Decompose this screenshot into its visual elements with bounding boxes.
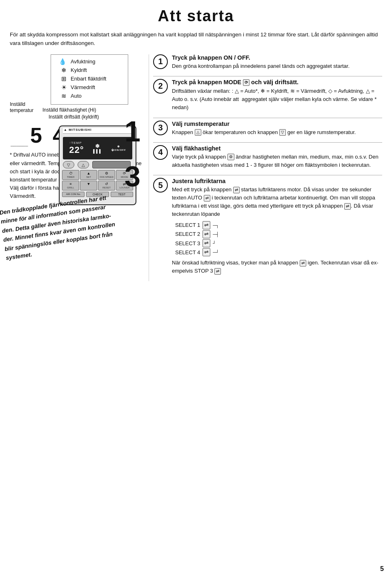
fan-btn-icon: ⚙ bbox=[227, 154, 234, 160]
label-installed-temp: Inställd temperatur bbox=[10, 101, 47, 114]
auto-icon: ≋ bbox=[55, 92, 67, 100]
step-5-body-intro: Med ett tryck på knappen ⇌ startas luft­… bbox=[172, 186, 382, 219]
select-1-icon: ⇌ bbox=[203, 221, 210, 229]
step-4: 4 Välj fläkhastighet Varje tryck på knap… bbox=[153, 145, 382, 169]
timer-btn[interactable]: ⏱ TIMER bbox=[62, 170, 79, 180]
step-4-content: Välj fläkhastighet Varje tryck på knappe… bbox=[172, 145, 382, 169]
louver-btn-icon: ⇌ bbox=[233, 187, 240, 193]
up-btn-icon: △ bbox=[195, 129, 201, 136]
up-arrow-btn[interactable]: △ bbox=[78, 161, 89, 168]
step-5: 5 Justera luftriktarna Med ett tryck på … bbox=[153, 178, 382, 275]
step-2-circle: 2 bbox=[153, 79, 168, 94]
divider-2 bbox=[153, 118, 382, 118]
page-title: Att starta bbox=[10, 7, 382, 25]
avfuktning-icon: 💧 bbox=[55, 58, 67, 65]
left-column: 💧 Avfuktning ❄ Kyldrift ⊞ Enbart fläktdr… bbox=[10, 54, 149, 281]
select-2-label: SELECT 2 bbox=[175, 231, 200, 237]
step-5-body-end: När önskad luftriktning visas, trycker m… bbox=[172, 259, 382, 275]
divider-1 bbox=[153, 76, 382, 76]
temp-indicator-icon: ↑TEMP bbox=[69, 141, 82, 145]
screen-symbol: ❄ bbox=[117, 145, 120, 148]
stop-icon: ⇌ bbox=[214, 268, 221, 275]
screen-fan-bars: ▌▌▌ bbox=[93, 149, 102, 153]
down-btn-icon: ▽ bbox=[279, 129, 286, 136]
set-btn[interactable]: ▲ SET bbox=[80, 170, 97, 180]
step-4-title: Välj fläkhastighet bbox=[172, 145, 382, 152]
step-1-content: Tryck på knappen ON / OFF. Den gröna kon… bbox=[172, 54, 382, 70]
label-fan-speed: Inställd fläkhastighet (Hi) bbox=[42, 107, 145, 114]
mode-row-varme: ☀ Värmedrift bbox=[55, 84, 124, 91]
remote-arrows: ▽ △ bbox=[63, 161, 132, 168]
varme-icon: ☀ bbox=[55, 84, 67, 91]
step-5-circle: 5 bbox=[153, 178, 168, 193]
step-3-content: Välj rumstemperatur Knappen △ ökar tempe… bbox=[172, 121, 382, 137]
divider-3 bbox=[153, 142, 382, 143]
select-2-icon: ⇌ bbox=[203, 230, 210, 238]
fan-speed-btn[interactable]: ⚙ FAN SPEED bbox=[98, 170, 115, 180]
select-items: SELECT 1 ⇌ ─┐ SELECT 2 ⇌ ─┤ SELECT 3 ⇌ bbox=[175, 221, 382, 257]
select-row-4: SELECT 4 ⇌ ─┘ bbox=[175, 248, 382, 256]
select-3-label: SELECT 3 bbox=[175, 240, 200, 246]
mode-row-avfuktning: 💧 Avfuktning bbox=[55, 58, 124, 65]
divider-4 bbox=[153, 175, 382, 175]
step-1: 1 Tryck på knappen ON / OFF. Den gröna k… bbox=[153, 54, 382, 70]
select-4-label: SELECT 4 bbox=[175, 249, 200, 255]
step-num-1: 1 bbox=[125, 117, 140, 146]
reset-btn[interactable]: ↺ RESET bbox=[98, 181, 115, 190]
step-5-content: Justera luftriktarna Med ett tryck på kn… bbox=[172, 178, 382, 275]
legend-diagram-area: 💧 Avfuktning ❄ Kyldrift ⊞ Enbart fläktdr… bbox=[10, 54, 145, 120]
screen-mode-icon: ❄ bbox=[95, 143, 100, 149]
mode-row-kyldrift: ❄ Kyldrift bbox=[55, 67, 124, 74]
step-4-circle: 4 bbox=[153, 145, 168, 160]
flakt-label: Enbart fläktdrift bbox=[71, 76, 106, 82]
select-4-icon: ⇌ bbox=[203, 248, 210, 256]
select-row-1: SELECT 1 ⇌ ─┐ bbox=[175, 221, 382, 229]
mode-icon-inline: ⟳ bbox=[243, 79, 249, 86]
mode-legend: 💧 Avfuktning ❄ Kyldrift ⊞ Enbart fläktdr… bbox=[51, 54, 128, 105]
avfuktning-label: Avfuktning bbox=[71, 58, 95, 65]
auto-label: Auto bbox=[71, 93, 82, 99]
down-arrow-btn[interactable]: ▽ bbox=[63, 161, 74, 168]
page: Att starta För att skydda kompressorn mo… bbox=[0, 0, 392, 580]
step-3-circle: 3 bbox=[153, 121, 168, 135]
intro-text: För att skydda kompressorn mot kallstart… bbox=[10, 31, 382, 48]
step-4-body: Varje tryck på knappen ⚙ ändrar has­tigh… bbox=[172, 153, 382, 169]
screen-temperature: 22° bbox=[69, 145, 84, 155]
step-5-title: Justera luftriktarna bbox=[172, 178, 382, 184]
step-2-title: Tryck på knappen MODE ⟳ och välj driftsä… bbox=[172, 79, 382, 86]
page-number: 5 bbox=[380, 565, 384, 573]
select-row-2: SELECT 2 ⇌ ─┤ bbox=[175, 230, 382, 238]
temp-arrow: ────── bbox=[11, 144, 28, 148]
step-3-body: Knappen △ ökar temperaturen och knappen … bbox=[172, 128, 382, 137]
angled-text-box: Den trådkopplade fjärrkontrollen har ett… bbox=[7, 208, 145, 262]
select-2-variant: ─┤ bbox=[213, 232, 219, 237]
step-num-5: 5 bbox=[30, 123, 45, 148]
main-columns: 💧 Avfuktning ❄ Kyldrift ⊞ Enbart fläktdr… bbox=[10, 54, 382, 281]
mode-row-auto: ≋ Auto bbox=[55, 92, 124, 100]
down-btn[interactable]: ▼ bbox=[80, 181, 97, 190]
auto-icon-inline: ⇌ bbox=[204, 195, 210, 202]
flakt-icon: ⊞ bbox=[55, 75, 67, 83]
louver-btn-icon3: ⇌ bbox=[300, 260, 306, 266]
step-1-circle: 1 bbox=[153, 54, 168, 69]
remote-buttons-row1: ⏱ TIMER ▲ SET ⚙ FAN SPEED bbox=[62, 170, 133, 180]
angled-line-6: systemet. bbox=[5, 251, 32, 261]
select-1-label: SELECT 1 bbox=[175, 222, 200, 228]
mode-row-flakt: ⊞ Enbart fläktdrift bbox=[55, 75, 124, 83]
grill-btn[interactable]: ≡ GRILL bbox=[62, 181, 79, 190]
screen-onoff: ⏻ON/OFF bbox=[111, 149, 126, 151]
select-row-3: SELECT 3 ⇌ ┘ bbox=[175, 239, 382, 247]
remote-screen: ↑TEMP 22° ❄ ▌▌▌ ❄ ⏻ON/OFF bbox=[63, 137, 132, 159]
kyldrift-icon: ❄ bbox=[55, 67, 67, 74]
select-3-icon: ⇌ bbox=[203, 239, 210, 247]
step-1-body: Den gröna kontrollampan på innedelens pa… bbox=[172, 62, 382, 70]
kyldrift-label: Kyldrift bbox=[71, 67, 87, 73]
select-4-variant: ─┘ bbox=[213, 250, 219, 255]
varme-label: Värmedrift bbox=[71, 84, 95, 90]
louver-btn-icon2: ⇌ bbox=[344, 203, 351, 210]
select-1-variant: ─┐ bbox=[213, 223, 219, 228]
brand-logo: ▲ MITSUBISHI bbox=[63, 128, 132, 134]
step-2-content: Tryck på knappen MODE ⟳ och välj driftsä… bbox=[172, 79, 382, 112]
remote-buttons-row2: ≡ GRILL ▼ ↺ RESET bbox=[62, 181, 133, 190]
right-column: 1 Tryck på knappen ON / OFF. Den gröna k… bbox=[149, 54, 382, 281]
